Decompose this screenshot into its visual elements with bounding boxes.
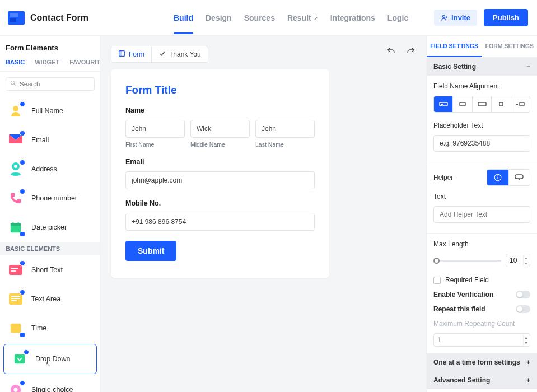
last-name-sublabel: Last Name [255,141,315,148]
alignment-label: Field Name Alignment [433,82,530,90]
svg-rect-25 [119,51,122,57]
form-preview-card: Form Title Name First Name Middle Name [111,69,329,278]
svg-point-23 [13,388,17,391]
element-address[interactable]: Address [0,155,100,184]
element-label: Time [31,324,46,332]
email-input[interactable] [125,171,315,189]
required-label: Required Field [445,276,489,284]
maxlength-value[interactable]: 10 ▲▼ [506,254,530,267]
invite-button[interactable]: Invite [434,10,477,26]
nav-design[interactable]: Design [206,11,232,25]
element-phone[interactable]: Phone number [0,184,100,213]
placeholder-input[interactable] [433,135,530,152]
element-label: Phone number [31,194,77,202]
align-option-3[interactable] [473,96,492,112]
maxlength-slider[interactable] [433,260,501,262]
external-link-icon: ↗ [314,15,318,21]
element-text-area[interactable]: Text Area [0,284,100,314]
submit-button[interactable]: Submit [125,241,176,261]
helper-label: Helper [433,174,453,181]
helper-info-option[interactable] [487,170,509,185]
element-label: Full Name [31,107,63,115]
align-option-5[interactable] [511,96,530,112]
element-email[interactable]: Email [0,125,100,155]
location-icon [8,161,24,177]
step-down-icon[interactable]: ▼ [523,260,529,266]
svg-rect-29 [478,102,486,106]
person-icon [8,103,24,119]
view-tab-thankyou[interactable]: Thank You [152,46,208,63]
slider-knob[interactable] [433,258,440,264]
align-option-1[interactable] [434,96,453,112]
repeat-toggle[interactable] [516,305,530,313]
svg-rect-28 [460,102,465,106]
verify-toggle[interactable] [516,291,530,298]
tab-field-settings[interactable]: FIELD SETTINGS [427,36,482,57]
align-option-4[interactable] [492,96,511,112]
nav-result[interactable]: Result↗ [287,11,318,25]
middle-name-sublabel: Middle Name [190,141,250,148]
svg-rect-10 [11,223,21,226]
required-checkbox[interactable] [433,277,441,284]
maxrep-value: 1 ▲▼ [433,333,530,347]
element-label: Email [31,136,49,144]
search-input[interactable] [6,77,95,91]
helper-text-input[interactable] [433,206,530,223]
oneatatime-header[interactable]: One at a time form settings+ [427,353,537,371]
sidebar-title: Form Elements [0,36,100,59]
element-time[interactable]: Time [0,314,100,343]
basic-setting-header[interactable]: Basic Setting− [427,58,537,76]
name-label: Name [125,106,315,114]
undo-button[interactable] [386,46,396,56]
step-down-icon: ▼ [523,340,529,346]
align-option-2[interactable] [453,96,472,112]
tab-form-settings[interactable]: FORM SETTINGS [482,36,538,57]
repeat-label: Repeat this field [433,305,485,313]
sidebar-tab-favourite[interactable]: FAVOURITE [69,59,101,66]
element-single-choice[interactable]: Single choice [0,375,100,392]
step-up-icon[interactable]: ▲ [523,255,529,260]
mail-icon [8,132,24,148]
element-short-text[interactable]: Short Text [0,255,100,284]
sidebar-tab-widget[interactable]: WIDGET [35,59,59,66]
form-title[interactable]: Form Title [125,84,315,96]
element-drop-down[interactable]: Drop Down ↖ [3,344,97,374]
placeholder-label: Placeholder Text [433,122,530,129]
first-name-input[interactable] [125,120,185,138]
svg-point-4 [11,81,14,84]
text-area-icon [8,291,24,307]
svg-rect-14 [11,268,18,269]
last-name-input[interactable] [255,120,315,138]
mobile-input[interactable] [125,213,315,231]
svg-rect-2 [10,18,16,22]
maxlength-label: Max Length [433,240,530,248]
middle-name-input[interactable] [190,120,250,138]
redo-button[interactable] [406,46,416,56]
cursor-icon: ↖ [45,361,50,368]
advanced-setting-header[interactable]: Advanced Setting+ [427,371,537,389]
calendar-icon [8,220,24,235]
element-full-name[interactable]: Full Name [0,96,100,125]
nav-sources[interactable]: Sources [244,11,275,25]
publish-button[interactable]: Publish [484,9,528,26]
view-tab-form[interactable]: Form [111,46,152,63]
element-label: Text Area [31,295,60,303]
single-choice-icon [8,382,24,392]
maxrep-label: Maximum Repeating Count [433,320,530,328]
dropdown-icon [12,351,27,367]
step-up-icon: ▲ [523,334,529,340]
sidebar-tabs: BASIC WIDGET FAVOURITE [0,59,100,72]
first-name-sublabel: First Name [125,141,185,148]
element-label: Single choice [31,386,73,392]
left-sidebar: Form Elements BASIC WIDGET FAVOURITE Ful… [0,36,101,392]
sidebar-tab-basic[interactable]: BASIC [6,59,25,66]
element-date-picker[interactable]: Date picker [0,213,100,242]
element-label: Address [31,165,57,173]
nav-build[interactable]: Build [174,11,193,25]
svg-point-8 [14,165,17,168]
nav-integrations[interactable]: Integrations [330,11,375,25]
helper-tooltip-option[interactable] [509,170,530,185]
svg-rect-20 [11,324,21,333]
nav-logic[interactable]: Logic [387,11,408,25]
svg-rect-15 [11,270,16,272]
